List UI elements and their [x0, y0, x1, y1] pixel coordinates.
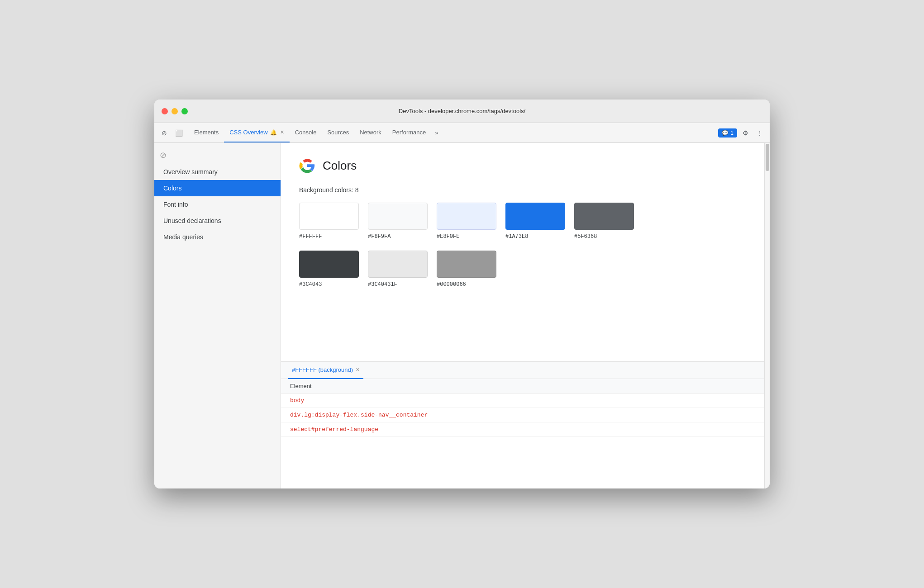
no-icon: ⊘ — [160, 150, 167, 160]
color-label-e8f0fe: #E8F0FE — [437, 233, 459, 240]
content-area: Colors Background colors: 8 #FFFFFF — [281, 143, 764, 488]
bottom-panel-tab[interactable]: #FFFFFF (background) ✕ — [288, 362, 363, 379]
tab-console[interactable]: Console — [290, 123, 322, 142]
colors-header: Colors — [299, 157, 746, 174]
colors-panel: Colors Background colors: 8 #FFFFFF — [281, 143, 764, 362]
color-row-1: #FFFFFF #F8F9FA #E8F0FE — [299, 203, 746, 240]
element-row-body[interactable]: body — [281, 394, 764, 408]
color-label-3c4043: #3C4043 — [299, 281, 322, 288]
more-options-icon[interactable]: ⋮ — [753, 127, 766, 139]
tab-network[interactable]: Network — [354, 123, 387, 142]
tab-bar-icons: ⊘ ⬜ — [158, 123, 185, 142]
close-button[interactable] — [162, 108, 168, 114]
color-label-ffffff: #FFFFFF — [299, 233, 322, 240]
tab-elements-label: Elements — [194, 129, 219, 136]
element-header: Element — [281, 379, 764, 394]
tab-console-label: Console — [295, 129, 317, 136]
feedback-badge[interactable]: 💬 1 — [718, 128, 737, 138]
minimize-button[interactable] — [171, 108, 178, 114]
sidebar-item-media-queries[interactable]: Media queries — [154, 229, 281, 245]
sidebar-item-unused-declarations[interactable]: Unused declarations — [154, 213, 281, 229]
bottom-panel-tab-label: #FFFFFF (background) — [292, 366, 353, 373]
cursor-icon[interactable]: ⊘ — [158, 127, 171, 139]
bg-colors-label: Background colors: 8 — [299, 186, 746, 194]
color-swatch-1a73e8[interactable] — [505, 203, 565, 230]
color-item-ffffff: #FFFFFF — [299, 203, 359, 240]
feedback-count: 1 — [730, 130, 733, 136]
feedback-icon: 💬 — [722, 130, 729, 136]
color-item-00000066: #00000066 — [437, 251, 496, 288]
bottom-panel: #FFFFFF (background) ✕ Element body div.… — [281, 362, 764, 488]
sidebar-item-overview-summary[interactable]: Overview summary — [154, 164, 281, 180]
tab-warning-icon: 🔔 — [270, 129, 277, 136]
tab-sources[interactable]: Sources — [322, 123, 354, 142]
tab-more-button[interactable]: » — [431, 123, 442, 142]
color-item-e8f0fe: #E8F0FE — [437, 203, 496, 240]
bottom-panel-tab-close[interactable]: ✕ — [356, 367, 360, 373]
element-table: Element body div.lg:display-flex.side-na… — [281, 379, 764, 488]
element-row-div-lg[interactable]: div.lg:display-flex.side-nav__container — [281, 408, 764, 422]
element-row-select[interactable]: select#preferred-language — [281, 422, 764, 437]
main-area: ⊘ Overview summary Colors Font info Unus… — [154, 143, 770, 488]
settings-icon[interactable]: ⚙ — [739, 127, 752, 139]
color-item-3c4043: #3C4043 — [299, 251, 359, 288]
color-row-2: #3C4043 #3C40431F #00000066 — [299, 251, 746, 288]
title-bar: DevTools - developer.chrome.com/tags/dev… — [154, 100, 770, 123]
devtools-window: DevTools - developer.chrome.com/tags/dev… — [154, 100, 770, 488]
tab-css-overview-close[interactable]: ✕ — [280, 129, 284, 135]
tab-sources-label: Sources — [327, 129, 349, 136]
color-swatch-3c40431f[interactable] — [368, 251, 428, 278]
tab-bar-right: 💬 1 ⚙ ⋮ — [718, 123, 766, 142]
tab-bar: ⊘ ⬜ Elements CSS Overview 🔔 ✕ Console So… — [154, 123, 770, 143]
color-swatch-ffffff[interactable] — [299, 203, 359, 230]
sidebar: ⊘ Overview summary Colors Font info Unus… — [154, 143, 281, 488]
color-item-5f6368: #5F6368 — [574, 203, 634, 240]
tab-performance[interactable]: Performance — [387, 123, 431, 142]
color-label-f8f9fa: #F8F9FA — [368, 233, 391, 240]
color-label-3c40431f: #3C40431F — [368, 281, 397, 288]
color-item-3c40431f: #3C40431F — [368, 251, 428, 288]
window-title: DevTools - developer.chrome.com/tags/dev… — [399, 108, 525, 114]
maximize-button[interactable] — [181, 108, 188, 114]
color-label-1a73e8: #1A73E8 — [505, 233, 528, 240]
device-icon[interactable]: ⬜ — [172, 127, 185, 139]
sidebar-top: ⊘ — [154, 147, 281, 164]
scrollbar-track[interactable] — [764, 143, 770, 488]
tab-css-overview-label: CSS Overview — [229, 129, 268, 136]
tab-performance-label: Performance — [392, 129, 426, 136]
traffic-lights — [162, 108, 188, 114]
sidebar-item-font-info[interactable]: Font info — [154, 196, 281, 213]
color-swatch-e8f0fe[interactable] — [437, 203, 496, 230]
tab-css-overview[interactable]: CSS Overview 🔔 ✕ — [224, 123, 290, 142]
color-swatch-00000066[interactable] — [437, 251, 496, 278]
color-swatch-f8f9fa[interactable] — [368, 203, 428, 230]
google-logo-icon — [299, 157, 315, 174]
tab-network-label: Network — [360, 129, 381, 136]
color-swatch-3c4043[interactable] — [299, 251, 359, 278]
colors-title: Colors — [323, 159, 357, 173]
content-with-scrollbar: Colors Background colors: 8 #FFFFFF — [281, 143, 770, 488]
color-item-1a73e8: #1A73E8 — [505, 203, 565, 240]
color-label-5f6368: #5F6368 — [574, 233, 597, 240]
color-item-f8f9fa: #F8F9FA — [368, 203, 428, 240]
color-swatch-5f6368[interactable] — [574, 203, 634, 230]
color-label-00000066: #00000066 — [437, 281, 466, 288]
bottom-tab-strip: #FFFFFF (background) ✕ — [281, 362, 764, 379]
sidebar-item-colors[interactable]: Colors — [154, 180, 281, 196]
tab-elements[interactable]: Elements — [189, 123, 224, 142]
scrollbar-thumb[interactable] — [766, 144, 769, 171]
color-swatches: #FFFFFF #F8F9FA #E8F0FE — [299, 203, 746, 288]
